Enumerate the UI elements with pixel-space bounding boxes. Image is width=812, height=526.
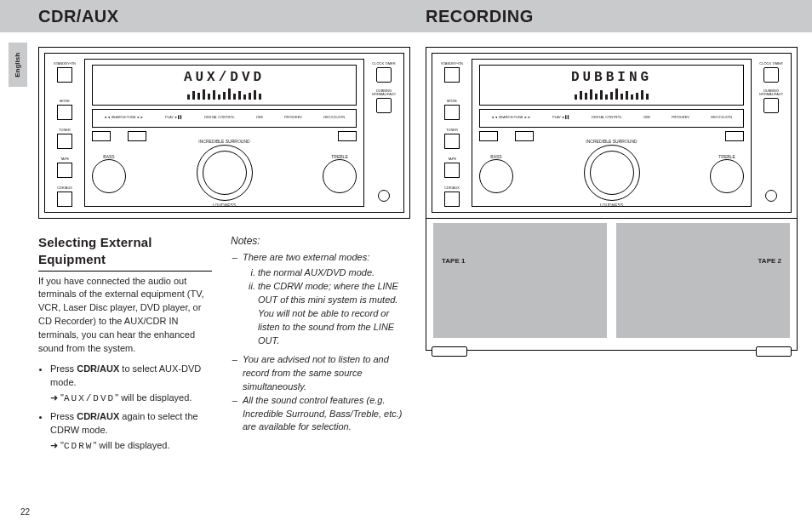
- left-button-column: STANDBY•ON MODE TUNER TAPE CDR/AUX: [50, 59, 79, 207]
- note-1-i: the normal AUX/DVD mode.: [258, 266, 404, 280]
- intro-paragraph: If you have connected the audio out term…: [38, 275, 212, 357]
- note-3: All the sound control features (e.g. Inc…: [243, 394, 404, 435]
- dubbing-speed-button[interactable]: [376, 98, 392, 113]
- stop-button[interactable]: [128, 131, 146, 141]
- notes-heading: Notes:: [231, 234, 404, 248]
- stop-button[interactable]: [515, 131, 534, 141]
- header-left: CDR/AUX: [38, 5, 119, 28]
- tape-deck: TAPE 1 TAPE 2: [426, 218, 798, 351]
- display-screen: AUX/DVD: [92, 65, 357, 106]
- flat-button[interactable]: [338, 131, 357, 141]
- standby-button[interactable]: [57, 67, 72, 83]
- step-2: Press CDR/AUX again to select the CDRW m…: [50, 410, 212, 437]
- tape-button[interactable]: [444, 163, 460, 178]
- note-1: There are two external modes: the normal…: [243, 251, 404, 348]
- display-text: AUX/DVD: [93, 69, 356, 88]
- tuner-button[interactable]: [444, 134, 460, 149]
- display-text: DUBBING: [480, 69, 743, 88]
- step-1: Press CDR/AUX to select AUX-DVD mode.: [50, 363, 212, 390]
- bass-knob[interactable]: [92, 159, 126, 193]
- treble-knob[interactable]: [323, 159, 357, 193]
- tape-door-1[interactable]: [433, 223, 607, 338]
- language-tab: English: [9, 43, 27, 87]
- repeat-button[interactable]: [479, 131, 498, 141]
- device-panel-auxdvd: STANDBY•ON MODE TUNER TAPE CDR/AUX CLOCK…: [38, 47, 410, 219]
- clock-timer-button[interactable]: [763, 67, 779, 83]
- section-heading: Selecting External Equipment: [38, 234, 212, 272]
- dubbing-speed-button[interactable]: [763, 98, 779, 113]
- tuner-button[interactable]: [57, 134, 72, 149]
- equalizer-icon: [144, 88, 305, 100]
- clock-timer-button[interactable]: [376, 67, 392, 83]
- tape1-label: TAPE 1: [442, 257, 465, 266]
- foot-icon: [432, 346, 467, 357]
- standby-button[interactable]: [444, 67, 460, 83]
- treble-knob[interactable]: [710, 159, 744, 193]
- tape-door-2[interactable]: [616, 223, 790, 338]
- foot-icon: [756, 346, 792, 357]
- mode-button[interactable]: [444, 105, 460, 120]
- header-right: RECORDING: [426, 5, 534, 28]
- tape-button[interactable]: [57, 163, 72, 178]
- note-1-ii: the CDRW mode; where the LINE OUT of thi…: [258, 280, 404, 348]
- volume-jog-dial[interactable]: [584, 145, 640, 201]
- flat-button[interactable]: [725, 131, 744, 141]
- page-number: 22: [20, 506, 30, 518]
- mode-button[interactable]: [57, 105, 72, 120]
- headphone-jack-icon: [378, 190, 390, 202]
- control-strip: ◄◄ SEARCH•TUNE ►►PLAY ►▌▌ DIGITAL CONTRO…: [92, 109, 357, 128]
- right-button-column: CLOCK TIMER DUBBING NORMAL/FAST: [369, 59, 398, 207]
- result-2: ➜ "CDRW" will be displayed.: [50, 439, 212, 453]
- note-2: You are advised not to listen to and rec…: [243, 353, 404, 394]
- volume-jog-dial[interactable]: [197, 145, 253, 201]
- cdr-aux-button[interactable]: [57, 192, 72, 207]
- repeat-button[interactable]: [92, 131, 111, 141]
- cdr-aux-button[interactable]: [444, 192, 460, 207]
- device-panel-dubbing: STANDBY•ON MODE TUNER TAPE CDR/AUX CLOCK…: [426, 47, 798, 219]
- bass-knob[interactable]: [479, 159, 513, 193]
- headphone-jack-icon: [765, 190, 777, 202]
- equalizer-icon: [531, 88, 692, 100]
- tape2-label: TAPE 2: [758, 257, 781, 266]
- result-1: ➜ "AUX/DVD" will be displayed.: [50, 392, 212, 405]
- display-screen: DUBBING: [479, 65, 744, 106]
